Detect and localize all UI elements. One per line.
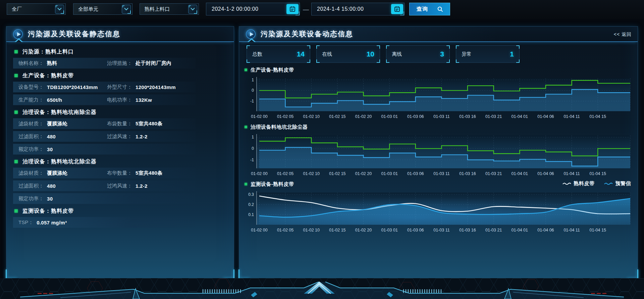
kv-cell: 过鸿风速：1.2-2 xyxy=(107,183,196,189)
svg-text:0: 0 xyxy=(252,88,254,93)
kv-row: 滤袋材质：覆膜涤纶布华数量：5室共480条 xyxy=(13,168,196,178)
step-chart-canvas: 10-101-02 0001-02 0501-02 1001-02 1501-0… xyxy=(245,132,633,179)
svg-text:01-02 10: 01-02 10 xyxy=(303,114,320,119)
step-chart-canvas: 10-101-02 0001-02 0501-02 1001-02 1501-0… xyxy=(245,75,633,122)
query-button-label: 查询 xyxy=(417,6,429,13)
svg-text:01-02 15: 01-02 15 xyxy=(329,171,345,176)
calendar-icon[interactable] xyxy=(286,4,299,14)
svg-text:01-03 11: 01-03 11 xyxy=(433,171,449,176)
kv-label: 过鸿风速： xyxy=(107,183,132,189)
chart-block-monitor-equipment: 监测设备-熟料皮带 熟料皮带 预警信 0.30.20.101-02 0001-0… xyxy=(245,180,633,236)
svg-text:01-02 05: 01-02 05 xyxy=(277,228,293,232)
kv-cell: 治理措施：处于封闭厂房内 xyxy=(107,60,196,67)
section-heading: 监测设备：熟料皮带 xyxy=(6,207,234,215)
kv-row: 过滤面积：480过滤风速：1.2-2 xyxy=(13,131,196,142)
section-heading-text: 污染源：熟料上料口 xyxy=(22,48,74,55)
svg-text:01-04 11: 01-04 11 xyxy=(564,228,580,232)
kv-label: 过滤面积： xyxy=(18,183,44,189)
svg-text:01-03 16: 01-03 16 xyxy=(459,228,476,232)
legend-item-material-belt[interactable]: 熟料皮带 xyxy=(562,180,595,187)
topbar: 全厂 全部单元 熟料上料口 2024-1-2 00:00:00 — 202 xyxy=(0,0,644,19)
svg-text:01-04 01: 01-04 01 xyxy=(512,171,528,176)
kv-label: 外型尺寸： xyxy=(107,84,132,90)
stat-label: 总数 xyxy=(252,51,262,57)
select-plant-value: 全厂 xyxy=(12,6,22,12)
calendar-icon[interactable] xyxy=(391,4,403,14)
svg-text:01-02 00: 01-02 00 xyxy=(251,171,267,176)
chart-title: 监测设备-熟料皮带 xyxy=(251,181,294,187)
kv-label: 电机功率： xyxy=(107,97,132,103)
svg-text:01-04 06: 01-04 06 xyxy=(537,114,554,119)
back-button[interactable]: << 返回 xyxy=(614,32,632,38)
corner-bracket xyxy=(456,59,459,63)
section-heading: 治理设备：熟料地坑南除尘器 xyxy=(6,109,234,116)
stat-card: 离线3 xyxy=(386,45,450,63)
svg-text:01-02 05: 01-02 05 xyxy=(277,114,293,119)
kv-cell: 设备型号：TDB1200*204143mm xyxy=(18,84,107,90)
date-end-input[interactable]: 2024-1-4 15:00:00 xyxy=(311,3,405,15)
query-button[interactable]: 查询 xyxy=(409,3,450,15)
kv-value: 480 xyxy=(47,134,56,139)
svg-text:01-03 21: 01-03 21 xyxy=(485,228,502,232)
corner-bracket xyxy=(446,59,450,63)
green-bullet-icon xyxy=(245,69,247,71)
stat-value: 1 xyxy=(510,50,514,58)
kv-value: 30 xyxy=(47,196,53,202)
kv-label: 物料名称： xyxy=(18,60,44,67)
svg-text:-1: -1 xyxy=(250,158,254,162)
kv-cell: 物料名称：熟料 xyxy=(18,60,107,67)
chart-title-row: 生产设备-熟料皮带 xyxy=(245,66,633,74)
green-bullet-icon xyxy=(245,126,247,128)
kv-value: TDB1200*204143mm xyxy=(47,84,98,90)
kv-label: 布华数量： xyxy=(107,170,132,176)
chart-block-treatment-equipment: 治理设备料地坑北除尘器 10-101-02 0001-02 0501-02 10… xyxy=(245,123,633,179)
kv-label: 设备型号： xyxy=(18,84,44,90)
date-start-input[interactable]: 2024-1-2 00:00:00 xyxy=(206,3,300,15)
chart-title-row: 监测设备-熟料皮带 熟料皮带 预警信 xyxy=(245,180,633,188)
kv-cell: 过滤面积：480 xyxy=(18,133,107,140)
kv-value: 5室共480条 xyxy=(136,121,162,127)
svg-text:01-02 15: 01-02 15 xyxy=(329,228,345,232)
dynamic-info-panel: 污染源及关联设备动态信息 << 返回 总数14在线10离线3异常1 生产设备-熟… xyxy=(239,26,638,279)
svg-text:01-03 06: 01-03 06 xyxy=(407,171,424,176)
kv-label: 滤袋材质： xyxy=(18,121,44,127)
kv-value: 熟料 xyxy=(47,60,57,67)
corner-bracket xyxy=(316,59,320,63)
kv-value: 30 xyxy=(47,146,53,152)
kv-value: 5室共480条 xyxy=(136,170,162,176)
stat-label: 异常 xyxy=(462,51,472,57)
corner-bracket xyxy=(377,59,380,63)
stat-label: 在线 xyxy=(322,51,332,57)
svg-text:01-02 00: 01-02 00 xyxy=(251,228,267,232)
section-heading-text: 监测设备：熟料皮带 xyxy=(22,208,74,215)
select-plant[interactable]: 全厂 xyxy=(7,3,66,15)
svg-text:0.2: 0.2 xyxy=(248,202,254,207)
svg-text:01-03 11: 01-03 11 xyxy=(433,114,449,119)
svg-text:01-02 20: 01-02 20 xyxy=(355,228,372,232)
kv-value: 1.2-2 xyxy=(136,134,148,139)
svg-text:01-03 06: 01-03 06 xyxy=(407,114,424,119)
svg-text:01-02 05: 01-02 05 xyxy=(277,171,293,176)
search-icon xyxy=(437,6,443,12)
stat-value: 14 xyxy=(297,50,305,58)
kv-value: 覆膜涤纶 xyxy=(47,170,67,176)
kv-label: 过滤风速： xyxy=(107,133,132,140)
kv-cell: 滤袋材质：覆膜涤纶 xyxy=(18,121,107,127)
footer-decoration xyxy=(0,278,644,299)
legend-item-warning[interactable]: 预警信 xyxy=(604,180,631,187)
svg-text:0.3: 0.3 xyxy=(248,192,254,197)
kv-label: 治理措施： xyxy=(107,60,132,67)
panel-header: 污染源及关联设备动态信息 << 返回 xyxy=(239,27,638,42)
kv-value: 覆膜涤纶 xyxy=(47,121,67,127)
select-pollution-source[interactable]: 熟料上料口 xyxy=(140,3,199,15)
svg-text:01-04 11: 01-04 11 xyxy=(564,114,580,119)
corner-bracket xyxy=(386,45,389,49)
kv-cell: 布华数量：5室共480条 xyxy=(107,170,196,176)
corner-bracket xyxy=(307,59,310,63)
corner-bracket xyxy=(386,59,389,63)
select-unit[interactable]: 全部单元 xyxy=(73,3,132,15)
kv-cell: TSP：0.057 mg/m³ xyxy=(18,219,107,226)
chart-legend: 熟料皮带 预警信 xyxy=(562,180,631,187)
stat-card: 异常1 xyxy=(456,45,520,63)
svg-text:01-04 15: 01-04 15 xyxy=(590,228,606,232)
